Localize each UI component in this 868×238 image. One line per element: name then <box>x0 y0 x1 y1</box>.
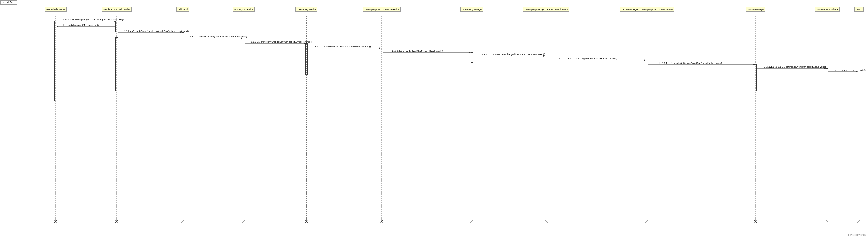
message-label-4: 1.1.1.1.1: onPropertyChange(List<CarProp… <box>251 41 312 43</box>
diagram-container: sd:callBack powered by Astah HAL Vehicle… <box>0 0 868 238</box>
svg-line-56 <box>826 220 829 223</box>
lifeline-box-ll2: HalClient :: CallbackHandler <box>102 7 132 11</box>
svg-line-58 <box>858 220 860 223</box>
svg-line-42 <box>242 220 245 223</box>
message-label-7: 1.1.1.1.1.1.1.1: onPropertyChanged(final… <box>480 53 545 56</box>
svg-line-46 <box>380 220 383 223</box>
svg-line-54 <box>754 220 757 223</box>
svg-line-59 <box>858 220 860 223</box>
message-label-6: 1.1.1.1.1.1.1: handleEvent(CarPropertyEv… <box>392 50 443 52</box>
activation-bar <box>55 21 57 101</box>
svg-line-53 <box>645 220 648 223</box>
branding-label: powered by Astah <box>848 234 866 236</box>
svg-line-36 <box>54 220 57 223</box>
message-label-1: 1.1: handleMessage(Message msg)() <box>63 24 98 26</box>
message-label-3: 1.1.1.1: handleHalEvents(List<VehiclePro… <box>190 35 247 38</box>
lifeline-box-ll9: CarHvacManager :: CarPropertyEventListen… <box>620 7 674 11</box>
svg-line-40 <box>182 220 184 223</box>
svg-line-44 <box>305 220 308 223</box>
message-label-10: 1.1.1.1.1.1.1.1.1.1.1.1: onChangeEvent(C… <box>764 66 827 68</box>
svg-line-51 <box>545 220 548 223</box>
svg-line-37 <box>54 220 57 223</box>
message-label-0: 1: onPropertyEvent(ArrayList<VehicleProp… <box>63 19 124 21</box>
activation-bar <box>116 37 118 92</box>
svg-line-45 <box>305 220 308 223</box>
activation-bar <box>858 72 860 101</box>
lifeline-box-ll11: CarHvacEventCallback <box>814 7 840 11</box>
message-label-9: 1.1.1.1.1.1.1.1: handleOnChangeEvent(Car… <box>659 62 722 64</box>
lifeline-box-ll8: CarPropertyManager :: CarPropertyListene… <box>523 7 569 11</box>
lifeline-box-ll6: CarPropertyEventListenerToService <box>363 7 401 11</box>
activation-bar <box>646 60 648 84</box>
message-label-11: 1.1.1.1.1.1.1.1.1.1.1.1.1.1.1: notify() <box>831 69 866 71</box>
lifeline-box-ll3: VehicleHal <box>176 7 190 11</box>
activation-bar <box>116 21 118 33</box>
svg-line-48 <box>470 220 473 223</box>
svg-line-52 <box>645 220 648 223</box>
activation-bar <box>182 33 184 89</box>
lifeline-box-ll12: UI App <box>854 7 864 11</box>
svg-line-55 <box>754 220 757 223</box>
lifeline-box-ll1: HAL Vehicle Server <box>45 7 66 11</box>
lifeline-box-ll4: PropertyHalService <box>233 7 255 11</box>
lifeline-box-ll7: CarPropertyManager <box>460 7 484 11</box>
svg-line-57 <box>826 220 829 223</box>
activation-bar <box>545 56 547 77</box>
svg-line-50 <box>545 220 548 223</box>
message-label-5: 1.1.1.1.1.1: onEventList(List<CarPropert… <box>315 45 371 48</box>
activation-bar <box>243 38 245 82</box>
activation-bar <box>826 68 828 96</box>
svg-line-49 <box>470 220 473 223</box>
svg-line-41 <box>182 220 184 223</box>
svg-line-39 <box>115 220 118 223</box>
svg-line-43 <box>242 220 245 223</box>
message-label-8: 1.1.1.1.1.1.1.1.1.1: onChangeEvent(CarPr… <box>557 58 617 60</box>
svg-line-47 <box>380 220 383 223</box>
lifeline-box-ll10: CarHvacManager <box>746 7 766 11</box>
message-label-2: 1.1.1: onPropertyEvent(ArrayList<Vehicle… <box>124 30 189 32</box>
sequence-arrows <box>0 0 868 238</box>
svg-line-38 <box>115 220 118 223</box>
activation-bar <box>380 48 383 67</box>
activation-bar <box>305 43 308 75</box>
activation-bar <box>471 53 473 63</box>
lifeline-box-ll5: CarPropertyService <box>296 7 317 11</box>
svg-marker-15 <box>57 26 58 27</box>
activation-bar <box>754 65 757 92</box>
diagram-tab[interactable]: sd:callBack <box>0 0 17 5</box>
